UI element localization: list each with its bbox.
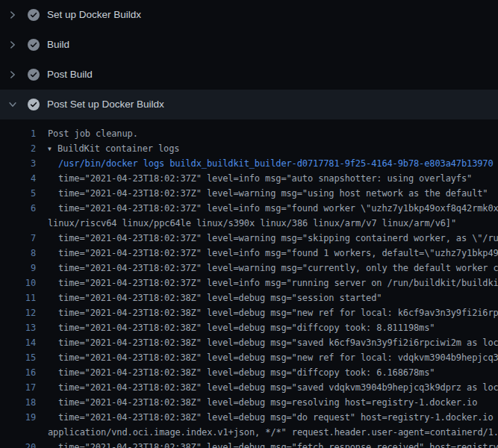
log-line-text: time="2021-04-23T18:02:38Z" level=debug … xyxy=(36,440,498,448)
log-line-number[interactable]: 12 xyxy=(0,305,36,320)
chevron-right-icon[interactable] xyxy=(7,9,19,21)
log-line-number[interactable]: 20 xyxy=(0,440,36,448)
log-line: 16time="2021-04-23T18:02:38Z" level=debu… xyxy=(0,365,498,380)
log-line-number[interactable]: 3 xyxy=(0,156,36,171)
log-line-text: time="2021-04-23T18:02:37Z" level=info m… xyxy=(36,171,472,186)
log-line: 8time="2021-04-23T18:02:37Z" level=info … xyxy=(0,246,498,261)
log-line-number[interactable]: 9 xyxy=(0,261,36,276)
log-line-number[interactable]: 1 xyxy=(0,126,36,141)
log-line-number[interactable]: 8 xyxy=(0,246,36,261)
log-line-text: Post job cleanup. xyxy=(36,126,138,141)
log-line-text: linux/riscv64 linux/ppc64le linux/s390x … xyxy=(36,216,456,231)
log-line-number[interactable]: 7 xyxy=(0,231,36,246)
step-row-post-build[interactable]: Post Build xyxy=(0,60,498,90)
log-line-text: time="2021-04-23T18:02:37Z" level=info m… xyxy=(36,246,498,261)
log-line-text: time="2021-04-23T18:02:37Z" level=warnin… xyxy=(36,186,488,201)
log-line-text: time="2021-04-23T18:02:37Z" level=info m… xyxy=(36,201,498,216)
log-line-text: time="2021-04-23T18:02:38Z" level=debug … xyxy=(36,365,435,380)
log-line-number[interactable]: 15 xyxy=(0,350,36,365)
log-line-continuation: linux/riscv64 linux/ppc64le linux/s390x … xyxy=(0,216,498,231)
step-label: Post Build xyxy=(47,69,93,81)
log-line: 17time="2021-04-23T18:02:38Z" level=debu… xyxy=(0,380,498,395)
log-line-text: time="2021-04-23T18:02:37Z" level=info m… xyxy=(36,276,498,290)
log-line-continuation: application/vnd.oci.image.index.v1+json,… xyxy=(0,425,498,440)
log-line-number[interactable]: 14 xyxy=(0,335,36,350)
log-line-text: application/vnd.oci.image.index.v1+json,… xyxy=(36,425,498,440)
log-line-number[interactable]: 6 xyxy=(0,201,36,216)
step-row-post-set-up-docker-buildx[interactable]: Post Set up Docker Buildx xyxy=(0,90,498,119)
log-line-number[interactable]: 11 xyxy=(0,290,36,305)
log-line: 3/usr/bin/docker logs buildx_buildkit_bu… xyxy=(0,156,498,171)
chevron-right-icon[interactable] xyxy=(7,39,19,51)
log-line-text: time="2021-04-23T18:02:38Z" level=debug … xyxy=(36,320,435,335)
log-line-number[interactable]: 2 xyxy=(0,141,36,156)
log-line-text: time="2021-04-23T18:02:38Z" level=debug … xyxy=(36,410,498,425)
log-line-number[interactable]: 10 xyxy=(0,276,36,290)
log-line-number[interactable]: 16 xyxy=(0,365,36,380)
log-area: 1Post job cleanup.2▼BuildKit container l… xyxy=(0,119,498,448)
log-line: 6time="2021-04-23T18:02:37Z" level=info … xyxy=(0,201,498,216)
log-line: 10time="2021-04-23T18:02:37Z" level=info… xyxy=(0,276,498,290)
log-line: 18time="2021-04-23T18:02:38Z" level=debu… xyxy=(0,395,498,410)
log-line-number[interactable]: 18 xyxy=(0,395,36,410)
log-line-number[interactable]: 17 xyxy=(0,380,36,395)
log-line: 4time="2021-04-23T18:02:37Z" level=info … xyxy=(0,171,498,186)
log-line: 12time="2021-04-23T18:02:38Z" level=debu… xyxy=(0,305,498,320)
log-line: 20time="2021-04-23T18:02:38Z" level=debu… xyxy=(0,440,498,448)
log-line-text: time="2021-04-23T18:02:38Z" level=debug … xyxy=(36,380,498,395)
log-line-text: time="2021-04-23T18:02:37Z" level=warnin… xyxy=(36,261,498,276)
step-label: Set up Docker Buildx xyxy=(47,9,141,21)
log-line-text: time="2021-04-23T18:02:38Z" level=debug … xyxy=(36,350,498,365)
log-line: 9time="2021-04-23T18:02:37Z" level=warni… xyxy=(0,261,498,276)
log-line: 11time="2021-04-23T18:02:38Z" level=debu… xyxy=(0,290,498,305)
log-line-text: time="2021-04-23T18:02:38Z" level=debug … xyxy=(36,335,498,350)
log-line-text: time="2021-04-23T18:02:38Z" level=debug … xyxy=(36,395,477,410)
log-line: 7time="2021-04-23T18:02:37Z" level=warni… xyxy=(0,231,498,246)
step-label: Build xyxy=(47,39,69,51)
chevron-right-icon[interactable] xyxy=(7,69,19,81)
log-line: 14time="2021-04-23T18:02:38Z" level=debu… xyxy=(0,335,498,350)
log-line: 15time="2021-04-23T18:02:38Z" level=debu… xyxy=(0,350,498,365)
log-line-text: time="2021-04-23T18:02:38Z" level=debug … xyxy=(36,305,498,320)
log-line-number xyxy=(0,216,36,231)
log-group-expanded-icon[interactable]: ▼ xyxy=(48,142,57,157)
step-row-set-up-docker-buildx[interactable]: Set up Docker Buildx xyxy=(0,0,498,30)
check-circle-icon xyxy=(28,69,40,81)
log-line-number[interactable]: 4 xyxy=(0,171,36,186)
check-circle-icon xyxy=(28,99,40,111)
log-line-number xyxy=(0,425,36,440)
check-circle-icon xyxy=(28,39,40,51)
check-circle-icon xyxy=(28,9,40,21)
log-line-number[interactable]: 5 xyxy=(0,186,36,201)
log-command-text: /usr/bin/docker logs buildx_buildkit_bui… xyxy=(36,156,494,171)
log-line-number[interactable]: 13 xyxy=(0,320,36,335)
log-line: 19time="2021-04-23T18:02:38Z" level=debu… xyxy=(0,410,498,425)
step-label: Post Set up Docker Buildx xyxy=(47,99,164,111)
chevron-down-icon[interactable] xyxy=(7,99,19,111)
log-line: 1Post job cleanup. xyxy=(0,126,498,141)
log-group-title[interactable]: BuildKit container logs xyxy=(57,143,179,154)
steps-list: Set up Docker BuildxBuildPost BuildPost … xyxy=(0,0,498,119)
log-line: 5time="2021-04-23T18:02:37Z" level=warni… xyxy=(0,186,498,201)
log-line: 2▼BuildKit container logs xyxy=(0,141,498,156)
job-log-viewer: Set up Docker BuildxBuildPost BuildPost … xyxy=(0,0,498,448)
log-line-number[interactable]: 19 xyxy=(0,410,36,425)
log-group-header[interactable]: ▼BuildKit container logs xyxy=(36,141,179,156)
log-line-text: time="2021-04-23T18:02:38Z" level=debug … xyxy=(36,290,382,305)
step-row-build[interactable]: Build xyxy=(0,30,498,60)
log-line: 13time="2021-04-23T18:02:38Z" level=debu… xyxy=(0,320,498,335)
log-line-text: time="2021-04-23T18:02:37Z" level=warnin… xyxy=(36,231,498,246)
